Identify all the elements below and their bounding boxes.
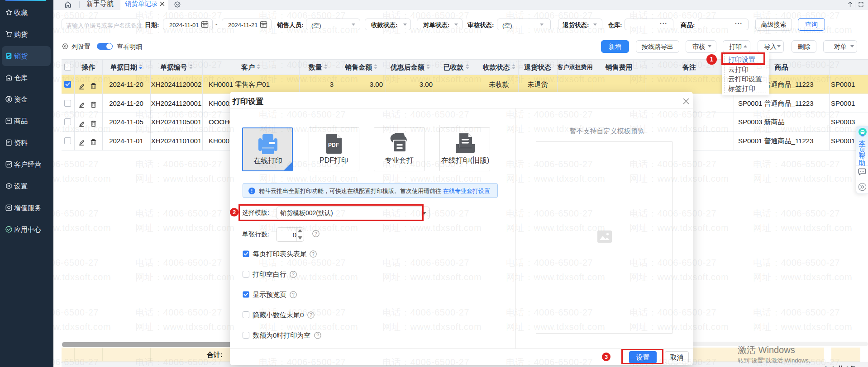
svg-text:PDF: PDF <box>328 142 339 148</box>
svg-text:?: ? <box>315 231 317 236</box>
